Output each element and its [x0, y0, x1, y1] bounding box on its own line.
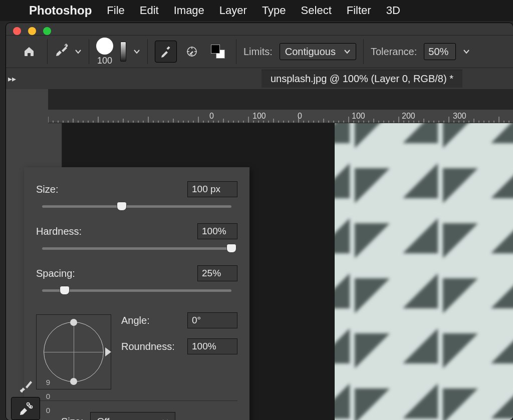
ruler-mark: 0 — [298, 112, 302, 121]
size-input[interactable]: 100 px — [187, 181, 237, 197]
window-maximize-button[interactable] — [43, 27, 51, 35]
menu-image[interactable]: Image — [174, 4, 204, 17]
brush-settings-panel: Size: 100 px Hardness: 100% Spacing: 25% — [24, 167, 249, 420]
ruler-mark: 100 — [352, 112, 365, 121]
chevron-down-icon[interactable] — [133, 48, 140, 55]
limits-value: Contiguous — [285, 46, 336, 58]
spacing-label: Spacing: — [36, 268, 75, 279]
limits-select[interactable]: Contiguous — [280, 43, 356, 60]
options-bar: 100 Limits: Contiguous — [6, 35, 513, 68]
angle-input[interactable]: 0° — [187, 312, 237, 328]
sample-swatch-button[interactable] — [207, 41, 229, 63]
document-canvas[interactable] — [335, 123, 513, 420]
document-tab[interactable]: unsplash.jpg @ 100% (Layer 0, RGB/8) * — [262, 70, 462, 88]
ruler-mark: 100 — [252, 112, 266, 121]
eraser-scissors-icon — [18, 401, 34, 416]
brush-shape-icon — [96, 38, 113, 55]
menu-edit[interactable]: Edit — [140, 4, 159, 17]
chevron-down-icon[interactable] — [463, 48, 470, 55]
spacing-input[interactable]: 25% — [197, 265, 237, 281]
macos-menubar: Photoshop File Edit Image Layer Type Sel… — [0, 0, 513, 21]
roundness-label: Roundness: — [121, 341, 175, 352]
size-label: Size: — [36, 184, 58, 195]
sample-continuous-button[interactable] — [155, 41, 177, 63]
window-minimize-button[interactable] — [28, 27, 36, 35]
photoshop-window: 100 Limits: Contiguous — [6, 23, 513, 420]
ruler-mark: 300 — [453, 112, 466, 121]
ruler-horizontal[interactable]: 01000100200300 — [48, 109, 513, 123]
chevron-down-icon — [344, 48, 351, 55]
chevron-down-icon — [162, 418, 169, 420]
menu-3d[interactable]: 3D — [386, 4, 400, 17]
tool-strip — [11, 374, 40, 420]
ruler-mark: 200 — [402, 112, 415, 121]
home-button[interactable] — [18, 41, 40, 63]
document-tab-bar: ▸▸ unsplash.jpg @ 100% (Layer 0, RGB/8) … — [6, 68, 513, 89]
slider-thumb[interactable] — [226, 244, 236, 253]
angle-label: Angle: — [121, 315, 150, 326]
menu-filter[interactable]: Filter — [347, 4, 371, 17]
panel-expand-icon[interactable]: ▸▸ — [6, 74, 19, 84]
limits-label: Limits: — [243, 46, 273, 58]
background-eraser-tool[interactable] — [11, 397, 40, 420]
svg-rect-1 — [166, 46, 170, 50]
dynamics-size-select[interactable]: Off — [90, 412, 175, 420]
swatch-icon — [211, 45, 225, 59]
dynamics-size-label: Size: — [61, 416, 83, 421]
sample-once-button[interactable] — [181, 41, 203, 63]
size-slider[interactable] — [42, 201, 231, 211]
brush-icon — [18, 378, 34, 393]
hardness-input[interactable]: 100% — [197, 223, 237, 239]
eyedropper-target-icon — [185, 45, 199, 59]
traffic-lights — [6, 23, 513, 35]
tool-preset-icon[interactable] — [55, 44, 70, 60]
roundness-input[interactable]: 100% — [187, 338, 237, 354]
ruler-mark: 0 — [209, 112, 214, 121]
window-close-button[interactable] — [13, 27, 21, 35]
hardness-label: Hardness: — [36, 226, 82, 237]
tolerance-input[interactable]: 50% — [424, 43, 456, 60]
brush-tool[interactable] — [11, 374, 40, 397]
tolerance-label: Tolerance: — [371, 46, 417, 58]
menu-layer[interactable]: Layer — [219, 4, 247, 17]
menu-select[interactable]: Select — [301, 4, 332, 17]
home-icon — [23, 46, 36, 58]
eyedropper-icon — [159, 45, 173, 59]
menu-type[interactable]: Type — [262, 4, 286, 17]
brush-feather-strip[interactable] — [120, 42, 126, 62]
brush-size-readout: 100 — [97, 56, 112, 66]
ruler-vertical-numbers: 900 — [42, 378, 54, 420]
menu-file[interactable]: File — [107, 4, 124, 17]
chevron-down-icon[interactable] — [75, 48, 82, 55]
brush-preview[interactable]: 100 — [96, 38, 113, 66]
workspace: 01000100200300 Size: 100 px Hardness: 10… — [6, 89, 513, 420]
slider-thumb[interactable] — [60, 286, 70, 295]
slider-thumb[interactable] — [117, 202, 127, 211]
app-name[interactable]: Photoshop — [29, 4, 92, 18]
angle-circle-icon — [44, 322, 104, 382]
spacing-slider[interactable] — [42, 285, 231, 295]
hardness-slider[interactable] — [42, 243, 231, 253]
